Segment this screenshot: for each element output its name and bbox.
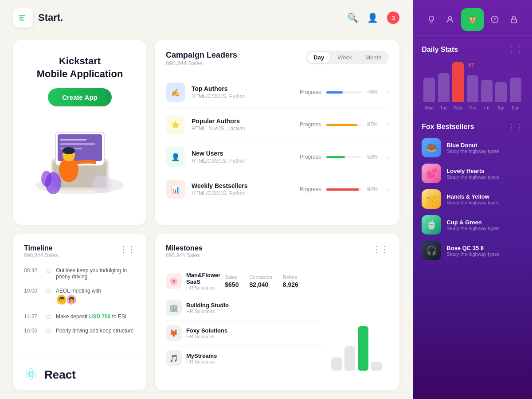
bestseller-name: Cup & Green: [446, 219, 523, 226]
bestseller-name: Blue Donut: [446, 142, 523, 149]
header: Start. 🔍 👤 3: [0, 0, 413, 35]
milestone-row: 🎵 MyStreams HR Solutions: [166, 346, 322, 371]
user-icon[interactable]: 👤: [367, 12, 378, 23]
campaign-sales: 890,344 Sales: [166, 60, 237, 66]
react-text: React: [44, 368, 76, 382]
campaign-rows: ✍️ Top Authors HTML/CSS/JS, Python Progr…: [166, 76, 389, 205]
daily-day-label: Mon: [425, 106, 434, 110]
svg-text:?: ?: [494, 17, 496, 22]
daily-chart-col: Mon: [423, 78, 435, 110]
panel-icon-lock[interactable]: [506, 12, 522, 27]
main-area: Start. 🔍 👤 3 Kickstart Mobile Applicatio…: [0, 0, 413, 399]
svg-point-22: [470, 18, 472, 20]
tab-month[interactable]: Month: [359, 52, 387, 63]
timeline-dot: [46, 269, 51, 273]
row-arrow[interactable]: ›: [387, 153, 389, 161]
fox-bestsellers: Fox Bestsellers ⋮⋮ 🍩 Blue Donut Study th…: [413, 115, 532, 399]
row-tech: HTML/CSS/JS, Python: [192, 93, 293, 99]
bestseller-sub: Study the highway types: [446, 251, 523, 257]
campaign-row: ⭐ Popular Authors HTML, VueJS, Laravel P…: [166, 109, 389, 141]
tab-week[interactable]: Week: [331, 52, 358, 63]
row-tech: HTML, VueJS, Laravel: [192, 125, 293, 132]
bestseller-sub: Study the highway types: [446, 149, 523, 154]
daily-stats-menu[interactable]: ⋮⋮: [507, 45, 523, 55]
logo-icon: [13, 8, 33, 27]
fox-bestsellers-menu[interactable]: ⋮⋮: [507, 122, 523, 132]
milestones-chart: [331, 267, 389, 371]
row-arrow[interactable]: ›: [387, 121, 389, 129]
row-info: Top Authors HTML/CSS/JS, Python: [192, 85, 293, 99]
panel-icon-question[interactable]: ?: [487, 12, 503, 27]
bestseller-sub: Study the highway types: [446, 174, 523, 180]
bestseller-name: Hands & Yellow: [446, 193, 523, 200]
stat-refers: Refers 8,926: [283, 274, 298, 288]
stat-commission-value: $2,040: [249, 281, 272, 288]
header-left: Start.: [13, 8, 63, 27]
milestones-card: Milestones 890,344 Sales ⋮⋮ 🌸 Man&Flower…: [155, 234, 399, 390]
svg-rect-1: [19, 17, 23, 19]
daily-chart-col: Wed: [452, 62, 464, 110]
row-name: New Users: [192, 150, 293, 157]
milestone-info: MyStreams HR Solutions: [186, 352, 322, 364]
stat-sales-label: Sales: [225, 274, 239, 280]
svg-point-23: [473, 18, 475, 20]
progress-section: Progress 92%: [300, 186, 380, 192]
highlight-text: USD 700: [89, 313, 111, 320]
milestones-list: 🌸 Man&Flower SaaS HR Solutions Sales $65…: [166, 267, 322, 371]
milestones-stats: Sales $650 Comission $2,040 Refers 8,926: [225, 274, 322, 288]
progress-section: Progress 87%: [300, 121, 380, 128]
daily-day-label: Thu: [469, 106, 476, 110]
milestone-name: Building Studio: [186, 302, 322, 309]
row-icon: 👤: [166, 147, 185, 167]
milestones-title: Milestones: [166, 244, 203, 252]
stat-commission-label: Comission: [249, 274, 272, 280]
bestseller-sub: Study the highway types: [446, 226, 523, 231]
progress-bar-wrap: [326, 91, 362, 94]
bestseller-item: 🍩 Blue Donut Study the highway types: [422, 138, 523, 157]
react-footer: ⚛ React: [13, 359, 146, 390]
timeline-menu[interactable]: ⋮⋮: [120, 244, 136, 254]
svg-rect-2: [19, 20, 24, 21]
daily-chart-col: Fri: [481, 80, 493, 110]
bestseller-thumb: 💕: [422, 164, 441, 183]
search-icon[interactable]: 🔍: [347, 12, 358, 23]
tab-day[interactable]: Day: [307, 52, 330, 63]
kickstart-title: Kickstart Mobile Application: [37, 55, 123, 80]
campaign-card: Campaign Leaders 890,344 Sales Day Week …: [155, 40, 399, 225]
row-info: Weekly Bestsellers HTML/CSS/JS, Python: [192, 182, 293, 196]
panel-icon-person[interactable]: [442, 12, 458, 27]
panel-icon-fox[interactable]: [461, 8, 484, 31]
panel-icon-lightbulb[interactable]: [423, 12, 439, 27]
daily-chart-col: Tue: [438, 73, 450, 110]
bestseller-name: Lovely Hearts: [446, 168, 523, 174]
progress-bar-wrap: [326, 156, 362, 158]
milestone-icon: 🦊: [166, 325, 182, 341]
svg-rect-8: [60, 139, 86, 141]
milestone-name: Foxy Solutions: [186, 327, 322, 334]
row-info: Popular Authors HTML, VueJS, Laravel: [192, 117, 293, 132]
timeline-time: 08:42: [24, 267, 41, 274]
timeline-card: Timeline 890,344 Sales ⋮⋮ 08:42 Outlines…: [13, 234, 146, 390]
daily-chart: Mon Tue Wed Thu Fri Sat Sun: [423, 62, 521, 110]
row-arrow[interactable]: ›: [387, 88, 389, 96]
milestones-menu[interactable]: ⋮⋮: [373, 244, 389, 254]
progress-pct: 92%: [367, 186, 380, 192]
timeline-title-group: Timeline 890,344 Sales: [24, 244, 58, 266]
stat-refers-value: 8,926: [283, 281, 298, 288]
create-app-button[interactable]: Create App: [48, 88, 111, 106]
chart-area: 57 Mon Tue Wed Thu Fri Sat Sun: [422, 62, 523, 110]
timeline-text: Make deposit USD 700 to ESL: [56, 313, 136, 320]
row-arrow[interactable]: ›: [387, 185, 389, 193]
daily-day-label: Fri: [484, 106, 489, 110]
stat-sales: Sales $650: [225, 274, 239, 288]
bestseller-thumb: 🎧: [422, 241, 441, 260]
daily-day-label: Sun: [512, 106, 520, 110]
content-grid: Kickstart Mobile Application Create App: [0, 35, 413, 399]
daily-stats-title: Daily Stats: [422, 46, 458, 54]
row-icon: ⭐: [166, 115, 185, 134]
progress-bar-wrap: [326, 124, 362, 126]
campaign-title: Campaign Leaders: [166, 51, 237, 60]
notification-badge[interactable]: 3: [387, 12, 399, 24]
stat-commission: Comission $2,040: [249, 274, 272, 288]
milestone-sub: HR Solutions: [186, 285, 220, 290]
